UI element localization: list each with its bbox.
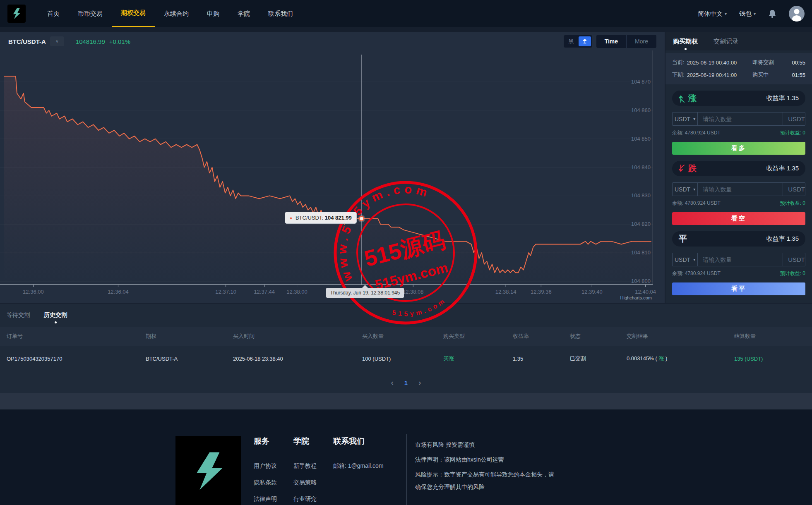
wallet-menu[interactable]: 钱包 ▾ [739,10,756,18]
price-chart-area[interactable]: 104 800104 810104 820104 830104 840104 8… [0,50,665,303]
pair-selector-button[interactable]: ˅ [50,36,64,46]
tab-delivery-records[interactable]: 交割记录 [714,38,738,45]
dark-theme-button[interactable]: 黑 [565,36,577,46]
up-currency-suffix: USDT [783,112,805,125]
footer-risk-notice-2: 风险提示：数字资产交易有可能导致您的本金损失，请 [415,468,680,481]
nav-item-home[interactable]: 首页 [38,0,69,27]
col-buy-time: 买入时间 [233,333,362,340]
trade-panel: 购买期权 交割记录 当前: 2025-06-19 00:40:00 即将交割 0… [665,32,812,303]
down-amount-input[interactable] [698,183,783,196]
current-label: 当前: [672,59,685,66]
up-currency-select[interactable]: USDT ▾ [673,112,698,125]
balance-label: 余额: [672,270,683,276]
rate-value: 1.35 [787,94,799,101]
next-time: 2025-06-19 00:41:00 [687,72,737,78]
chart-credit-link[interactable]: Highcharts.com [620,295,652,300]
table-row[interactable]: OP1750304320357170 BTC/USDT-A 2025-06-18… [0,346,812,371]
section-down: 跌 收益率 1.35 USDT ▾ USDT 余额: 4780.924 USDT [665,161,812,225]
result-prefix: 0.003145% ( [627,355,657,361]
light-theme-button[interactable] [579,36,591,46]
section-flat: 平 收益率 1.35 USDT ▾ USDT 余额: 4780.924 USDT [665,231,812,295]
buy-long-button[interactable]: 看多 [672,142,805,155]
nav-item-spot[interactable]: 币币交易 [69,0,112,27]
col-status: 状态 [570,333,627,340]
svg-text:104 870: 104 870 [631,79,651,85]
profit-value: 0 [802,130,805,136]
prev-page-button[interactable]: ‹ [391,378,394,387]
chevron-down-icon: ˅ [56,39,58,44]
tab-pending-delivery[interactable]: 等待交割 [7,311,30,319]
footer-legal-notice: 法律声明：该网站由hxsin公司运营 [415,453,680,466]
time-interval-button[interactable]: Time [596,35,626,48]
footer-col-title: 联系我们 [333,436,406,447]
footer: 服务 用户协议 隐私条款 法律声明 学院 新手教程 交易策略 行业研究 联系我们… [0,409,812,505]
cell-result: 0.003145% ( 涨 ) [627,355,734,362]
more-intervals-button[interactable]: More [626,35,656,48]
footer-link-privacy[interactable]: 隐私条款 [254,479,293,486]
flat-name: 平 [679,233,687,244]
chevron-down-icon: ▾ [754,12,756,16]
chevron-down-icon: ▾ [725,12,727,16]
language-selector[interactable]: 简体中文 ▾ [698,10,727,18]
price-chart: 104 800104 810104 820104 830104 840104 8… [0,50,665,303]
next-countdown: 01:55 [787,72,805,78]
series-dot-icon: ● [290,215,293,220]
footer-link-legal[interactable]: 法律声明 [254,495,293,503]
footer-link-strategy[interactable]: 交易策略 [293,479,333,486]
nav-item-subscribe[interactable]: 申购 [198,0,228,27]
currency-label: USDT [675,116,690,122]
footer-link-beginner[interactable]: 新手教程 [293,462,333,470]
cell-buy-type: 买涨 [443,355,513,362]
up-amount-input[interactable] [698,112,783,125]
bell-icon[interactable] [768,9,776,18]
trend-down-icon [679,165,685,173]
pagination: ‹ 1 › [0,376,812,389]
profit-label: 预计收益: [780,270,801,276]
svg-text:104 850: 104 850 [631,136,651,142]
tab-buy-options[interactable]: 购买期权 [673,38,698,45]
user-avatar[interactable] [789,6,805,22]
footer-link-email[interactable]: 邮箱: 1@gmail.com [333,462,406,470]
footer-link-research[interactable]: 行业研究 [293,495,333,503]
footer-col-services: 服务 用户协议 隐私条款 法律声明 [254,436,293,505]
current-status: 即将交割 [752,59,787,66]
svg-text:12:39:36: 12:39:36 [531,289,552,295]
top-nav: 首页 币币交易 期权交易 永续合约 申购 学院 联系我们 简体中文 ▾ 钱包 ▾ [0,0,812,27]
buy-flat-button[interactable]: 看平 [672,282,805,295]
svg-text:12:40:04: 12:40:04 [635,289,656,295]
svg-text:104 820: 104 820 [631,221,651,227]
flat-amount-input[interactable] [698,253,783,266]
rate-label: 收益率 [766,94,785,101]
price-change: +0.01% [109,38,130,45]
next-page-button[interactable]: › [418,378,421,387]
brand-logo[interactable] [7,5,26,23]
next-status: 购买中 [752,71,787,79]
svg-text:12:38:08: 12:38:08 [403,289,424,295]
nav-item-options[interactable]: 期权交易 [112,0,155,27]
tab-history-delivery[interactable]: 历史交割 [44,311,67,319]
nav-item-perpetual[interactable]: 永续合约 [155,0,198,27]
currency-label: USDT [675,256,690,263]
rate-label: 收益率 [766,165,785,172]
svg-text:104 830: 104 830 [631,192,651,199]
cell-rate: 1.35 [513,356,570,362]
chevron-down-icon: ▾ [693,257,695,262]
page-number[interactable]: 1 [404,379,408,386]
nav-item-academy[interactable]: 学院 [228,0,259,27]
footer-col-contact: 联系我们 邮箱: 1@gmail.com [333,436,406,505]
footer-risk-notice-1: 市场有风险 投资需谨慎 [415,438,680,451]
trend-up-icon [679,94,685,103]
svg-text:104 860: 104 860 [631,107,651,113]
flat-currency-select[interactable]: USDT ▾ [673,253,698,266]
last-price: 104816.99 [76,38,105,45]
buy-short-button[interactable]: 看空 [672,212,805,225]
nav-item-contact[interactable]: 联系我们 [259,0,302,27]
footer-col-title: 服务 [254,436,293,447]
footer-link-user-agreement[interactable]: 用户协议 [254,462,293,470]
down-amount-box: USDT ▾ USDT [672,182,805,196]
next-label: 下期: [672,71,685,79]
profit-value: 0 [802,200,805,206]
theme-toggle-group: 黑 [564,35,592,48]
down-currency-select[interactable]: USDT ▾ [673,183,698,196]
col-order-id: 订单号 [7,333,146,340]
